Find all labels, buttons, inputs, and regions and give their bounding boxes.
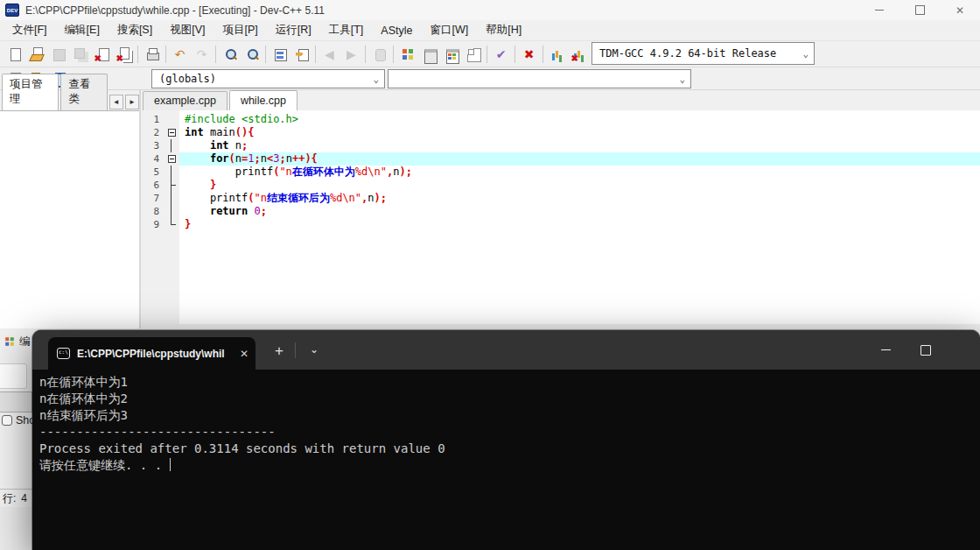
abort-compilation-button[interactable]: ✖: [518, 44, 540, 65]
new-file-icon: [7, 46, 23, 62]
line-number: 4: [141, 152, 164, 166]
toolbar-separator: [137, 46, 138, 63]
terminal-window[interactable]: E:\CPP\CPPfile\cppstudy\whil ✕ + ⌄ n在循环体…: [32, 330, 980, 550]
menu-item-4[interactable]: 项目[P]: [214, 21, 266, 39]
compiler-select-value: TDM-GCC 4.9.2 64-bit Release: [599, 47, 776, 60]
menu-item-6[interactable]: 工具[T]: [320, 21, 373, 39]
token: "n: [279, 166, 291, 178]
code-line[interactable]: 9}: [141, 218, 980, 231]
menu-item-9[interactable]: 帮助[H]: [477, 21, 530, 39]
minimize-button[interactable]: [859, 0, 900, 20]
close-button[interactable]: ✕: [940, 0, 980, 20]
compile-button[interactable]: [396, 44, 418, 65]
tab-scroll-right-button[interactable]: ►: [125, 95, 139, 109]
fold-box-icon[interactable]: [164, 126, 179, 139]
code-line[interactable]: 4 for(n=1;n<3;n++){: [141, 152, 980, 166]
toolbar-separator: [542, 46, 543, 63]
token: ;: [261, 205, 267, 217]
profile-delete-button[interactable]: [568, 44, 590, 65]
print-button[interactable]: [141, 44, 163, 65]
terminal-output[interactable]: n在循环体中为1n在循环体中为2n结束循环后为3----------------…: [32, 370, 980, 550]
statusbar-line-cell: 行: 4: [0, 489, 35, 507]
tab-dropdown-chevron-icon[interactable]: ⌄: [302, 343, 326, 356]
undo-button[interactable]: ↶: [169, 44, 191, 65]
tab-example.cpp[interactable]: example.cpp: [143, 91, 228, 110]
tab-class-browser[interactable]: 查看类: [60, 74, 107, 110]
terminal-cursor: [170, 458, 171, 471]
toolbar-separator: [393, 46, 394, 63]
back-icon: ◀: [322, 46, 338, 62]
token: "n: [254, 192, 266, 204]
find-button[interactable]: [219, 44, 241, 65]
find-in-files-button[interactable]: [241, 44, 262, 65]
menu-item-8[interactable]: 窗口[W]: [422, 21, 478, 39]
terminal-minimize-button[interactable]: [865, 330, 906, 370]
tab-while.cpp[interactable]: while.cpp: [229, 90, 298, 110]
compiler-select[interactable]: TDM-GCC 4.9.2 64-bit Release ⌄: [592, 42, 815, 65]
close-file-button[interactable]: [91, 44, 113, 65]
abort-compilation-icon: ✖: [522, 46, 537, 62]
token: (: [229, 152, 235, 165]
save-all-button[interactable]: [69, 44, 91, 65]
profile-button[interactable]: [546, 44, 568, 65]
rebuild-all-button[interactable]: [462, 44, 484, 65]
forward-button[interactable]: ▶: [340, 44, 362, 65]
project-tree[interactable]: [0, 110, 139, 328]
shorten-paths-checkbox[interactable]: Sho: [2, 414, 35, 427]
run-button[interactable]: [418, 44, 440, 65]
code-text: int main(){: [179, 126, 980, 139]
terminal-tab[interactable]: E:\CPP\CPPfile\cppstudy\whil ✕: [48, 337, 256, 370]
code-line[interactable]: 7 printf("n结束循环后为%d\n",n);: [141, 192, 980, 205]
code-line[interactable]: 5 printf("n在循环体中为%d\n",n);: [141, 166, 980, 179]
code-line[interactable]: 3 int n;: [141, 139, 980, 152]
syntax-check-button[interactable]: ✔: [490, 44, 512, 65]
code-line[interactable]: 2int main(){: [141, 126, 980, 139]
chevron-down-icon: ⌄: [373, 74, 379, 85]
menu-item-1[interactable]: 编辑[E]: [56, 21, 108, 39]
terminal-tab-close-icon[interactable]: ✕: [240, 348, 248, 360]
replace-icon: [272, 46, 288, 62]
open-file-icon: [29, 46, 45, 62]
replace-button[interactable]: [269, 44, 290, 65]
code-line[interactable]: 1#include <stdio.h>: [141, 113, 980, 126]
menu-item-0[interactable]: 文件[F]: [4, 21, 56, 39]
terminal-maximize-button[interactable]: [906, 330, 946, 370]
close-all-button[interactable]: [113, 44, 135, 65]
tab-scroll-left-button[interactable]: ◄: [109, 95, 123, 109]
menu-item-3[interactable]: 视图[V]: [161, 21, 214, 39]
token: [185, 152, 210, 165]
menu-item-2[interactable]: 搜索[S]: [108, 21, 161, 39]
profile-delete-icon: [571, 46, 587, 62]
tab-project-manager[interactable]: 项目管理: [2, 74, 59, 110]
globals-select[interactable]: (globals) ⌄: [151, 69, 385, 88]
save-all-icon: [73, 46, 88, 62]
redo-button[interactable]: ↷: [191, 44, 213, 65]
compile-log-tab[interactable]: 编: [2, 334, 31, 349]
new-tab-button[interactable]: +: [267, 342, 291, 360]
code-line[interactable]: 6 }: [141, 179, 980, 192]
compile-log-button-fragment[interactable]: [0, 391, 32, 412]
token: }: [210, 179, 216, 191]
window-title: E:\CPP\CPPfile\cppstudy\while.cpp - [Exe…: [25, 4, 325, 17]
back-button[interactable]: ◀: [318, 44, 340, 65]
toggle-breakpoint-button[interactable]: [368, 44, 390, 65]
open-file-button[interactable]: [25, 44, 47, 65]
fold-v-icon: [164, 139, 179, 152]
token: );: [399, 166, 411, 178]
fold-box-icon[interactable]: [164, 152, 179, 166]
compile-run-button[interactable]: [440, 44, 462, 65]
line-value: 4: [21, 492, 27, 504]
members-select[interactable]: ⌄: [388, 69, 691, 88]
new-file-button[interactable]: [4, 44, 25, 65]
maximize-button[interactable]: [900, 0, 940, 20]
terminal-titlebar[interactable]: E:\CPP\CPPfile\cppstudy\whil ✕ + ⌄: [32, 330, 980, 370]
menu-item-7[interactable]: AStyle: [372, 23, 421, 39]
token: ;: [242, 139, 248, 152]
save-button[interactable]: [47, 44, 69, 65]
code-editor[interactable]: 1#include <stdio.h>2int main(){3 int n;4…: [141, 110, 980, 324]
goto-line-button[interactable]: [290, 44, 312, 65]
code-line[interactable]: 8 return 0;: [141, 205, 980, 218]
line-number: 6: [141, 179, 164, 192]
find-in-files-icon: [244, 46, 260, 62]
menu-item-5[interactable]: 运行[R]: [267, 21, 320, 39]
